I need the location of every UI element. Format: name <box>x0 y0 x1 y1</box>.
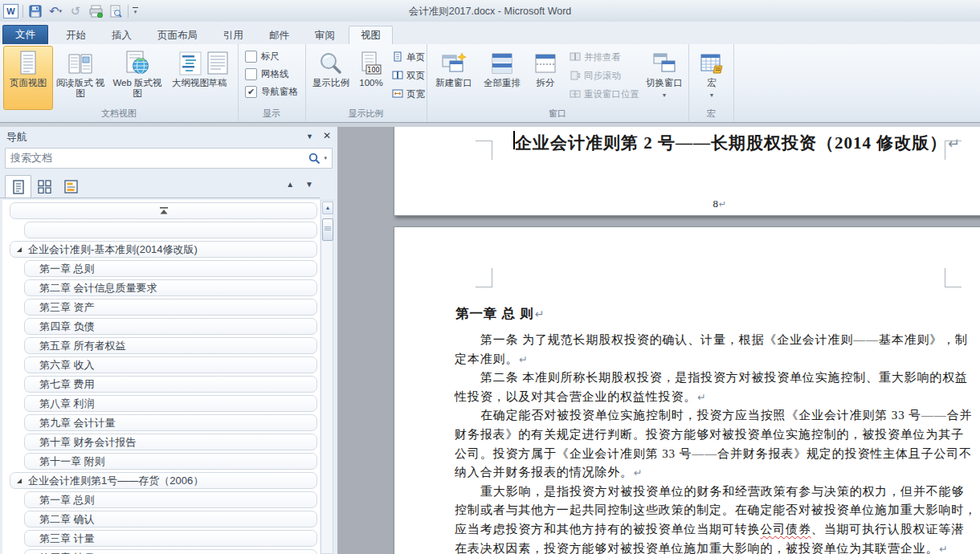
nav-item[interactable]: 第十一章 附则 <box>24 453 317 470</box>
macros-button[interactable]: 宏 ▼ <box>693 46 730 110</box>
navigation-scrollbar[interactable]: ▲ <box>321 200 333 554</box>
window-title: 会计准则2017.docx - Microsoft Word <box>0 5 980 18</box>
scrollbar-thumb[interactable] <box>322 218 333 241</box>
next-heading-icon[interactable]: ▼ <box>305 180 313 189</box>
checkbox-icon: ✔ <box>245 51 257 63</box>
document-page-1[interactable]: 企业会计准则第 2 号——长期股权投资（2014 修改版）↵ 8↵ <box>394 127 980 216</box>
navigation-pane-menu-icon[interactable]: ▼ <box>306 132 313 141</box>
nav-item[interactable]: 第九章 会计计量 <box>24 414 317 431</box>
nav-item[interactable]: 企业会计准则第1号——存货（2006） <box>10 472 317 489</box>
zoom-icon <box>318 49 344 78</box>
nav-item[interactable]: 第八章 利润 <box>24 395 317 412</box>
tab-file[interactable]: 文件 <box>2 25 48 44</box>
group-label-zoom: 显示比例 <box>305 108 427 120</box>
search-icon <box>308 153 321 165</box>
ribbon-view-tab: 页面视图 阅读版式 视图 Web 版式视图 大纲视图 草稿 文档视图 <box>0 44 980 123</box>
nav-item[interactable]: 第二章 会计信息质量要求 <box>24 279 317 296</box>
body-line: 在确定能否对被投资单位实施控制时，投资方应当按照《企业会计准则第 33 号——合… <box>455 406 973 426</box>
nav-item[interactable]: 第四章 负债 <box>24 318 317 335</box>
one-page-button[interactable]: 单页 <box>392 49 425 65</box>
zoom-100-button[interactable]: 100 100% <box>353 46 390 110</box>
margin-crop-mark <box>476 268 492 287</box>
nav-item[interactable]: 第二章 确认 <box>24 511 317 528</box>
new-window-icon <box>440 49 468 78</box>
navigation-pane-checkbox[interactable]: ✔导航窗格 <box>245 85 298 98</box>
nav-item[interactable]: 第五章 所有者权益 <box>24 337 317 354</box>
tab-references[interactable]: 引用 <box>211 26 255 44</box>
browse-headings-icon <box>12 180 25 194</box>
full-screen-reading-button[interactable]: 阅读版式 视图 <box>55 46 106 110</box>
chapter-heading: 第一章 总 则↵ <box>455 305 545 323</box>
tab-mailings[interactable]: 邮件 <box>257 26 301 44</box>
group-label-window: 窗口 <box>427 108 688 120</box>
nav-item[interactable]: 第四章 披露 <box>24 549 317 554</box>
nav-item[interactable]: 第十章 财务会计报告 <box>24 434 317 450</box>
svg-text:100: 100 <box>367 67 379 74</box>
navigation-tabs <box>5 175 84 198</box>
reset-window-position-button: 重设窗口位置 <box>570 86 639 102</box>
body-line: 性投资，以及对其合营企业的权益性投资。↵ <box>455 388 973 407</box>
nav-item-top[interactable] <box>10 202 317 219</box>
reset-window-position-icon <box>570 88 581 100</box>
margin-crop-mark <box>945 268 962 287</box>
nav-item[interactable]: 第六章 收入 <box>24 356 317 373</box>
browse-pages-icon <box>38 180 51 193</box>
ribbon-tabs: 文件开始插入页面布局引用邮件审阅视图 <box>0 22 980 45</box>
reading-view-icon <box>67 49 94 78</box>
tab-home[interactable]: 开始 <box>54 26 98 44</box>
search-options-arrow-icon[interactable]: ▾ <box>324 155 327 161</box>
page-view-button[interactable]: 页面视图 <box>3 46 53 110</box>
macros-icon <box>699 49 725 78</box>
switch-windows-button[interactable]: 切换窗口 ▼ <box>642 46 687 110</box>
group-macros: 宏 ▼ 宏 <box>688 44 734 121</box>
tab-view[interactable]: 视图 <box>349 26 393 44</box>
search-button[interactable]: ▾ <box>308 153 332 165</box>
previous-heading-icon[interactable]: ▲ <box>286 180 294 189</box>
nav-item[interactable]: 第三章 资产 <box>24 299 317 316</box>
browse-results-tab[interactable] <box>58 175 84 198</box>
body-line: 应当考虑投资方和其他方持有的被投资单位当期可转换公司债券、当期可执行认股权证等潜 <box>455 520 973 540</box>
document-body-text[interactable]: 第一条 为了规范长期股权投资的确认、计量，根据《企业会计准则——基本准则》，制定… <box>455 331 973 554</box>
body-line: 在表决权因素，投资方能够对被投资单位施加重大影响的，被投资单位为其联营企业。↵ <box>455 540 973 554</box>
two-pages-button[interactable]: 双页 <box>392 67 425 84</box>
view-side-by-side-icon <box>570 51 581 63</box>
draft-view-button[interactable]: 草稿 <box>199 46 236 110</box>
nav-item[interactable]: 第一章 总则 <box>24 260 317 277</box>
tab-review[interactable]: 审阅 <box>303 26 347 44</box>
margin-crop-mark <box>476 141 492 160</box>
nav-item[interactable]: 企业会计准则-基本准则(2014修改版) <box>10 241 317 258</box>
split-button[interactable]: 拆分 <box>527 46 564 110</box>
navigation-pane-header: 导航 ▼ ✕ <box>0 127 337 146</box>
gridlines-checkbox[interactable]: ✔网格线 <box>245 67 289 80</box>
nav-item[interactable]: 第一章 总则 <box>24 491 317 508</box>
tab-insert[interactable]: 插入 <box>100 26 144 44</box>
nav-item[interactable] <box>24 222 317 238</box>
search-document-input[interactable]: 搜索文档 ▾ <box>5 148 333 169</box>
page-view-icon <box>15 49 41 78</box>
title-bar: W ↶▾ ↺ ▾ 会计准则2017.docx - Microsoft Word <box>0 0 980 22</box>
top-of-document-icon <box>159 207 169 214</box>
two-pages-icon <box>392 70 403 81</box>
browse-pages-tab[interactable] <box>31 175 58 198</box>
tab-page-layout[interactable]: 页面布局 <box>145 26 210 44</box>
browse-headings-tab[interactable] <box>5 175 31 198</box>
dropdown-arrow-icon: ▼ <box>709 90 715 100</box>
navigation-pane-close-icon[interactable]: ✕ <box>323 130 331 141</box>
arrange-all-button[interactable]: 全部重排 <box>479 46 525 110</box>
switch-windows-icon <box>651 49 677 78</box>
nav-item[interactable]: 第三章 计量 <box>24 530 317 547</box>
new-window-button[interactable]: 新建窗口 <box>431 46 477 110</box>
checkbox-icon: ✔ <box>245 68 257 80</box>
zoom-button[interactable]: 显示比例 <box>309 46 353 110</box>
nav-item[interactable]: 第七章 费用 <box>24 376 317 393</box>
web-layout-button[interactable]: Web 版式视图 <box>108 46 167 110</box>
group-label-document-views: 文档视图 <box>0 108 238 120</box>
collapse-triangle-icon <box>16 246 22 253</box>
navigation-pane-title: 导航 <box>6 130 27 145</box>
scroll-up-icon[interactable]: ▲ <box>322 202 333 214</box>
divider <box>0 198 320 198</box>
document-page-2[interactable]: 第一章 总 则↵ 第一条 为了规范长期股权投资的确认、计量，根据《企业会计准则—… <box>394 226 980 554</box>
page-width-button[interactable]: 页宽 <box>392 86 425 102</box>
split-icon <box>533 49 557 78</box>
ruler-checkbox[interactable]: ✔标尺 <box>245 50 280 63</box>
